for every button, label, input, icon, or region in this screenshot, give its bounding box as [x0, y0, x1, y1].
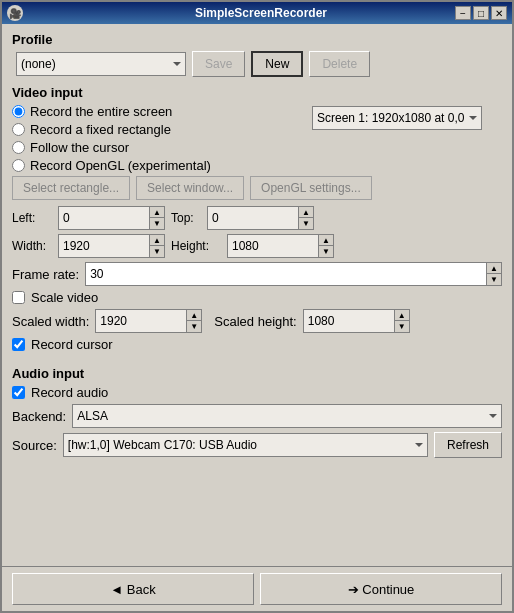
left-spin-down[interactable]: ▼	[150, 218, 164, 229]
left-label: Left:	[12, 211, 52, 225]
width-spin-down[interactable]: ▼	[150, 246, 164, 257]
audio-input-title: Audio input	[12, 366, 502, 381]
radio-opengl: Record OpenGL (experimental)	[12, 158, 306, 173]
height-input-wrapper: 1080 ▲ ▼	[227, 234, 334, 258]
left-input[interactable]: 0	[59, 207, 149, 229]
scaled-dimensions-row: Scaled width: 1920 ▲ ▼ Scaled height: 10…	[12, 309, 502, 333]
scaled-height-label: Scaled height:	[214, 314, 296, 329]
profile-select[interactable]: (none)	[16, 52, 186, 76]
radio-cursor-input[interactable]	[12, 141, 25, 154]
framerate-input[interactable]: 30	[86, 263, 486, 285]
scaled-height-input[interactable]: 1080	[304, 310, 394, 332]
radio-opengl-label: Record OpenGL (experimental)	[30, 158, 211, 173]
scaled-width-down[interactable]: ▼	[187, 321, 201, 332]
framerate-row: Frame rate: 30 ▲ ▼	[12, 262, 502, 286]
scaled-height-spin: ▲ ▼	[394, 310, 409, 332]
left-spin-up[interactable]: ▲	[150, 207, 164, 218]
opengl-settings-button[interactable]: OpenGL settings...	[250, 176, 372, 200]
scaled-width-label: Scaled width:	[12, 314, 89, 329]
left-spin-arrows: ▲ ▼	[149, 207, 164, 229]
top-spin-arrows: ▲ ▼	[298, 207, 313, 229]
radio-entire-screen-input[interactable]	[12, 105, 25, 118]
source-label: Source:	[12, 438, 57, 453]
framerate-spin-up[interactable]: ▲	[487, 263, 501, 274]
titlebar: 🎥 SimpleScreenRecorder − □ ✕	[2, 2, 512, 24]
width-label: Width:	[12, 239, 52, 253]
radio-entire-screen-label: Record the entire screen	[30, 104, 172, 119]
left-top-row: Left: 0 ▲ ▼ Top: 0 ▲ ▼	[12, 206, 502, 230]
profile-section: Profile (none) Save New Delete	[12, 32, 502, 77]
continue-button[interactable]: ➔ Continue	[260, 573, 502, 605]
content-area: Profile (none) Save New Delete Video inp…	[2, 24, 512, 566]
footer: ◄ Back ➔ Continue	[2, 566, 512, 611]
titlebar-buttons: − □ ✕	[455, 6, 507, 20]
video-input-title: Video input	[12, 85, 502, 100]
height-spin-arrows: ▲ ▼	[318, 235, 333, 257]
record-cursor-row: Record cursor	[12, 337, 502, 352]
scaled-width-input[interactable]: 1920	[96, 310, 186, 332]
height-spin-up[interactable]: ▲	[319, 235, 333, 246]
delete-button[interactable]: Delete	[309, 51, 370, 77]
radio-opengl-input[interactable]	[12, 159, 25, 172]
back-button[interactable]: ◄ Back	[12, 573, 254, 605]
select-window-button[interactable]: Select window...	[136, 176, 244, 200]
scaled-width-spin: ▲ ▼	[186, 310, 201, 332]
main-window: 🎥 SimpleScreenRecorder − □ ✕ Profile (no…	[0, 0, 514, 613]
source-select[interactable]: [hw:1,0] Webcam C170: USB Audio	[63, 433, 428, 457]
height-spin-down[interactable]: ▼	[319, 246, 333, 257]
record-audio-row: Record audio	[12, 385, 502, 400]
top-label: Top:	[171, 211, 201, 225]
radio-fixed-rect-input[interactable]	[12, 123, 25, 136]
backend-select[interactable]: ALSA	[72, 404, 502, 428]
scaled-width-up[interactable]: ▲	[187, 310, 201, 321]
left-input-wrapper: 0 ▲ ▼	[58, 206, 165, 230]
profile-row: (none) Save New Delete	[16, 51, 502, 77]
scaled-height-wrapper: 1080 ▲ ▼	[303, 309, 410, 333]
width-input-wrapper: 1920 ▲ ▼	[58, 234, 165, 258]
record-cursor-label: Record cursor	[31, 337, 113, 352]
screen-select[interactable]: Screen 1: 1920x1080 at 0,0	[312, 106, 482, 130]
close-button[interactable]: ✕	[491, 6, 507, 20]
top-spin-up[interactable]: ▲	[299, 207, 313, 218]
select-rectangle-button[interactable]: Select rectangle...	[12, 176, 130, 200]
rect-buttons: Select rectangle... Select window... Ope…	[12, 176, 502, 200]
minimize-button[interactable]: −	[455, 6, 471, 20]
app-icon: 🎥	[7, 5, 23, 21]
radio-entire-screen: Record the entire screen	[12, 104, 306, 119]
width-height-row: Width: 1920 ▲ ▼ Height: 1080 ▲ ▼	[12, 234, 502, 258]
scale-video-checkbox[interactable]	[12, 291, 25, 304]
screen-select-container: Screen 1: 1920x1080 at 0,0	[312, 106, 502, 130]
framerate-input-wrapper: 30 ▲ ▼	[85, 262, 502, 286]
height-label: Height:	[171, 239, 221, 253]
radio-fixed-rect-label: Record a fixed rectangle	[30, 122, 171, 137]
framerate-spin-arrows: ▲ ▼	[486, 263, 501, 285]
scaled-height-down[interactable]: ▼	[395, 321, 409, 332]
record-cursor-checkbox[interactable]	[12, 338, 25, 351]
scaled-height-up[interactable]: ▲	[395, 310, 409, 321]
width-spin-up[interactable]: ▲	[150, 235, 164, 246]
height-input[interactable]: 1080	[228, 235, 318, 257]
top-input[interactable]: 0	[208, 207, 298, 229]
scaled-width-wrapper: 1920 ▲ ▼	[95, 309, 202, 333]
framerate-spin-down[interactable]: ▼	[487, 274, 501, 285]
video-input-section: Video input Record the entire screen Rec…	[12, 85, 502, 356]
new-button[interactable]: New	[251, 51, 303, 77]
window-title: SimpleScreenRecorder	[67, 6, 455, 20]
refresh-button[interactable]: Refresh	[434, 432, 502, 458]
radio-cursor: Follow the cursor	[12, 140, 306, 155]
source-row: Source: [hw:1,0] Webcam C170: USB Audio …	[12, 432, 502, 458]
width-input[interactable]: 1920	[59, 235, 149, 257]
radio-options: Record the entire screen Record a fixed …	[12, 104, 306, 176]
save-button[interactable]: Save	[192, 51, 245, 77]
maximize-button[interactable]: □	[473, 6, 489, 20]
radio-cursor-label: Follow the cursor	[30, 140, 129, 155]
record-audio-label: Record audio	[31, 385, 108, 400]
scale-video-row: Scale video	[12, 290, 502, 305]
record-audio-checkbox[interactable]	[12, 386, 25, 399]
profile-title: Profile	[12, 32, 502, 47]
framerate-label: Frame rate:	[12, 267, 79, 282]
backend-label: Backend:	[12, 409, 66, 424]
top-spin-down[interactable]: ▼	[299, 218, 313, 229]
top-input-wrapper: 0 ▲ ▼	[207, 206, 314, 230]
width-spin-arrows: ▲ ▼	[149, 235, 164, 257]
